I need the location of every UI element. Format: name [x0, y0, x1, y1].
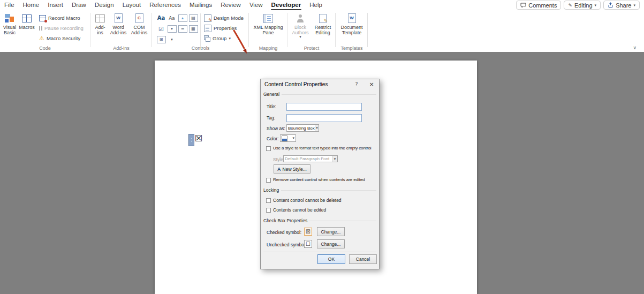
dialog-footer-divider [263, 252, 376, 252]
xml-mapping-pane-button[interactable]: XML Mapping Pane [253, 12, 284, 35]
dialog-help-button[interactable]: ? [350, 79, 363, 90]
document-template-button[interactable]: W Document Template [338, 12, 366, 35]
show-as-dropdown-arrow-icon: ▾ [315, 125, 319, 131]
content-control-properties-dialog: Content Control Properties ? × General T… [260, 79, 380, 269]
tab-mailings[interactable]: Mailings [185, 0, 216, 10]
remove-content-control-label: Remove content control when contents are… [273, 177, 365, 182]
use-style-label: Use a style to format text typed into th… [273, 146, 371, 150]
checkbox-control-icon[interactable]: ☑ [158, 26, 164, 32]
properties-button[interactable]: Properties [203, 23, 244, 33]
combo-box-control-icon[interactable]: ▾ [168, 25, 177, 33]
checked-symbol-label: Checked symbol: [267, 230, 301, 235]
word-addins-icon: W [115, 13, 123, 23]
visual-basic-button[interactable]: Visual Basic [2, 12, 18, 35]
change-checked-symbol-button[interactable]: Change... [317, 227, 345, 236]
properties-icon [204, 25, 211, 32]
change-unchecked-label: Change... [321, 242, 341, 247]
macros-button[interactable]: Macros [18, 12, 36, 30]
unchecked-symbol-label: Unchecked symbol: [267, 242, 306, 247]
dialog-close-button[interactable]: × [364, 79, 379, 90]
comment-icon [520, 3, 526, 8]
legacy-tools-icon[interactable]: ⊞ [157, 36, 166, 43]
new-style-button[interactable]: A New Style... [274, 164, 310, 174]
tab-home[interactable]: Home [19, 0, 44, 10]
com-addins-button[interactable]: C COM Add-ins [128, 12, 150, 35]
remove-content-control-checkbox[interactable] [266, 178, 271, 183]
block-authors-label: Block Authors [289, 25, 312, 35]
checkbox-content-control[interactable]: ⋮ ☒ [188, 134, 202, 146]
cancel-button[interactable]: Cancel [349, 254, 377, 264]
content-control-handle[interactable]: ⋮ [188, 134, 194, 146]
macros-icon [22, 14, 32, 22]
macros-label: Macros [19, 25, 35, 30]
show-as-value: Bounding Box [288, 126, 315, 131]
tab-review[interactable]: Review [216, 0, 245, 10]
com-addins-icon: C [135, 13, 143, 23]
cannot-delete-checkbox[interactable] [266, 198, 271, 203]
share-chevron-icon: ▾ [633, 3, 635, 7]
change-unchecked-symbol-button[interactable]: Change... [317, 239, 345, 248]
color-picker-button[interactable]: ▾ [280, 134, 296, 142]
section-locking: Locking [263, 187, 279, 193]
group-button[interactable]: Group ▾ [203, 33, 244, 43]
ribbon-group-code: Visual Basic Macros Record Macro Pause R… [0, 10, 90, 52]
section-general: General [263, 92, 279, 97]
collapse-ribbon-button[interactable]: ∨ [633, 46, 637, 50]
ribbon-group-controls: Aa Aa ▴ ▤ ☑ ▾ ≡ ▦ ⊞ ▾ Design Mode Prop [153, 10, 248, 52]
addins-button[interactable]: Add-ins [92, 12, 108, 35]
show-as-label: Show as: [267, 126, 285, 131]
pause-recording-label: Pause Recording [44, 25, 84, 31]
section-checkbox-properties: Check Box Properties [263, 218, 307, 223]
style-dropdown-arrow-icon: ▾ [332, 156, 337, 162]
new-style-label: New Style... [283, 167, 307, 172]
macro-security-button[interactable]: ⚠ Macro Security [38, 33, 84, 43]
content-control-checkbox[interactable]: ☒ [195, 134, 202, 143]
tab-file[interactable]: File [0, 0, 19, 10]
ribbon-developer: Visual Basic Macros Record Macro Pause R… [0, 10, 644, 52]
style-dropdown: Default Paragraph Font ▾ [283, 155, 338, 162]
ribbon-group-addins: Add-ins W Word Add-ins C COM Add-ins Add… [91, 10, 151, 52]
color-label: Color: [267, 136, 279, 141]
design-mode-button[interactable]: Design Mode [203, 13, 244, 23]
group-dropdown-icon: ▾ [229, 36, 231, 41]
tab-references[interactable]: References [145, 0, 185, 10]
tab-help[interactable]: Help [305, 0, 327, 10]
building-block-gallery-control-icon[interactable]: ▤ [189, 14, 198, 22]
tab-insert[interactable]: Insert [43, 0, 67, 10]
record-macro-button[interactable]: Record Macro [38, 13, 84, 23]
cannot-edit-label: Contents cannot be edited [273, 207, 326, 213]
share-button[interactable]: Share ▾ [603, 1, 640, 10]
xml-mapping-pane-label: XML Mapping Pane [253, 25, 284, 35]
group-label-protect: Protect [288, 46, 335, 51]
date-picker-control-icon[interactable]: ▦ [189, 25, 198, 33]
legacy-tools-dropdown-icon[interactable]: ▾ [171, 37, 173, 42]
share-label: Share [616, 2, 631, 9]
tab-draw[interactable]: Draw [67, 0, 90, 10]
tab-design[interactable]: Design [90, 0, 118, 10]
comments-button[interactable]: Comments [516, 1, 561, 10]
picture-control-icon[interactable]: ▴ [178, 14, 187, 22]
cancel-label: Cancel [356, 257, 370, 262]
properties-label: Properties [214, 25, 237, 31]
word-addins-button[interactable]: W Word Add-ins [108, 12, 128, 35]
tab-view[interactable]: View [245, 0, 267, 10]
tag-input[interactable] [286, 114, 362, 122]
plain-text-control-icon[interactable]: Aa [169, 16, 175, 21]
ok-label: OK [328, 257, 335, 262]
editing-button[interactable]: ✎ Editing ▾ [564, 1, 601, 10]
group-label-mapping: Mapping [249, 46, 287, 51]
rich-text-control-icon[interactable]: Aa [157, 16, 165, 21]
ok-button[interactable]: OK [317, 254, 345, 264]
dropdown-list-control-icon[interactable]: ≡ [178, 25, 187, 33]
design-mode-label: Design Mode [214, 15, 244, 21]
tab-developer[interactable]: Developer [267, 0, 306, 10]
title-input[interactable] [286, 103, 362, 111]
change-checked-label: Change... [321, 229, 341, 235]
use-style-checkbox[interactable] [266, 146, 271, 151]
show-as-dropdown[interactable]: Bounding Box ▾ [286, 124, 319, 132]
tab-layout[interactable]: Layout [118, 0, 146, 10]
word-addins-label: Word Add-ins [108, 25, 128, 35]
cannot-edit-checkbox[interactable] [266, 208, 271, 213]
restrict-editing-button[interactable]: Restrict Editing [312, 12, 334, 35]
pause-recording-icon [39, 26, 42, 31]
